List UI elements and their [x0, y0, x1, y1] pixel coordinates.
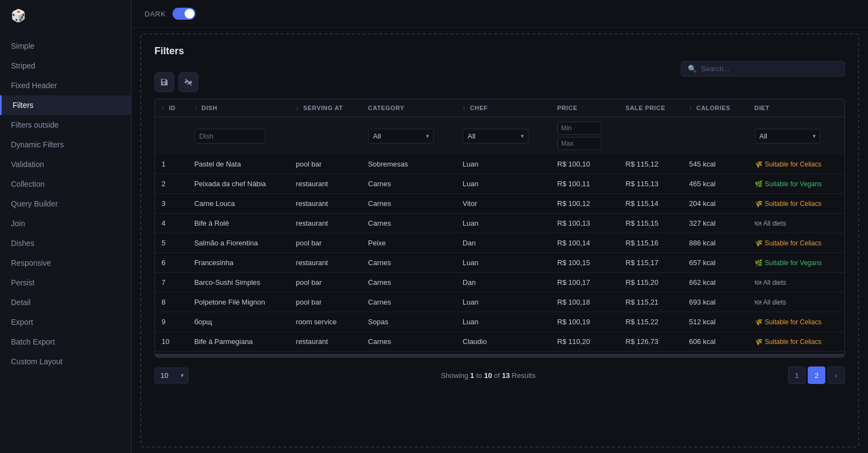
diet-filter-select[interactable]: All Suitable for Celiacs Suitable for Ve… — [755, 129, 820, 144]
col-header-diet[interactable]: DIET — [748, 99, 844, 117]
col-header-category[interactable]: CATEGORY — [361, 99, 456, 117]
cell-calories: 512 kcal — [682, 312, 748, 332]
cell-dish: Salmão a Fiorentina — [188, 233, 290, 253]
pagination-bar: 10 25 50 100 Showing 1 to 10 of 13 Resul… — [154, 366, 845, 384]
sidebar-nav: SimpleStripedFixed HeaderFiltersFilters … — [0, 32, 131, 376]
diet-label: Suitable for Celiacs — [765, 200, 821, 208]
cell-calories: 693 kcal — [682, 293, 748, 312]
next-page-button[interactable]: › — [827, 366, 845, 384]
cell-category: Carnes — [361, 332, 456, 352]
sidebar-item-collection[interactable]: Collection — [0, 174, 131, 194]
table-row: 2 Peixada da chef Nábia restaurant Carne… — [155, 174, 844, 194]
rows-per-page-select[interactable]: 10 25 50 100 — [154, 368, 188, 383]
cell-calories: 465 kcal — [682, 174, 748, 194]
diet-filter-wrapper[interactable]: All Suitable for Celiacs Suitable for Ve… — [755, 129, 820, 144]
cell-calories: 662 kcal — [682, 273, 748, 293]
sidebar-item-dynamic-filters[interactable]: Dynamic Filters — [0, 135, 131, 154]
sort-icon-id: ↕ — [162, 105, 165, 111]
cell-category: Carnes — [361, 194, 456, 214]
cell-dish: борщ — [188, 312, 290, 332]
data-table-container: ↕ ID ↕ DISH ↕ SERVING AT CATEGORY ↕ CHEF… — [154, 99, 845, 358]
pagination-info: Showing 1 to 10 of 13 Results — [441, 371, 536, 380]
filter-diet[interactable]: All Suitable for Celiacs Suitable for Ve… — [748, 117, 844, 155]
search-input[interactable] — [701, 65, 838, 73]
diet-label: Suitable for Celiacs — [765, 239, 821, 247]
sidebar-item-export[interactable]: Export — [0, 312, 131, 332]
diet-badge: 🌿 Suitable for Vegans — [755, 180, 838, 188]
sidebar-item-query-builder[interactable]: Query Builder — [0, 194, 131, 214]
cell-diet: 🍽 All diets — [748, 293, 844, 312]
diet-label: All diets — [763, 299, 786, 306]
filter-category[interactable]: All Carnes Sobremesas Peixe Sopas — [361, 117, 456, 155]
category-filter-select[interactable]: All Carnes Sobremesas Peixe Sopas — [368, 129, 434, 144]
col-header-chef[interactable]: ↕ CHEF — [456, 99, 551, 117]
filter-chef[interactable]: All Luan Vitor Dan Claudio — [456, 117, 551, 155]
sidebar-item-detail[interactable]: Detail — [0, 293, 131, 312]
col-header-price[interactable]: PRICE — [551, 99, 619, 117]
search-box[interactable]: 🔍 — [681, 61, 845, 77]
sort-icon-dish: ↕ — [194, 105, 198, 111]
sidebar-item-simple[interactable]: Simple — [0, 36, 131, 56]
sidebar-item-filters[interactable]: Filters — [0, 95, 131, 115]
page-total: 13 — [502, 371, 509, 380]
table-scrollbar[interactable] — [155, 354, 844, 357]
chef-filter-wrapper[interactable]: All Luan Vitor Dan Claudio — [463, 129, 528, 144]
sidebar-item-validation[interactable]: Validation — [0, 154, 131, 174]
content-area: Filters 🔍 — [140, 33, 859, 448]
col-header-serving-at[interactable]: ↕ SERVING AT — [289, 99, 361, 117]
diet-label: All diets — [763, 279, 786, 286]
diet-badge: 🍽 All diets — [755, 220, 838, 227]
col-header-id[interactable]: ↕ ID — [155, 99, 188, 117]
cell-category: Carnes — [361, 253, 456, 273]
col-header-sale-price[interactable]: SALE PRICE — [619, 99, 682, 117]
diet-badge: 🌾 Suitable for Celiacs — [755, 200, 838, 208]
page-2-button[interactable]: 2 — [808, 366, 825, 384]
filter-dish[interactable] — [188, 117, 290, 155]
cell-price: R$ 100,12 — [551, 194, 619, 214]
dark-mode-label: DARK — [145, 10, 166, 18]
sidebar-item-join[interactable]: Join — [0, 214, 131, 233]
category-filter-wrapper[interactable]: All Carnes Sobremesas Peixe Sopas — [368, 129, 434, 144]
cell-chef: Dan — [456, 233, 551, 253]
diet-label: All diets — [763, 220, 786, 227]
cell-category: Sobremesas — [361, 154, 456, 174]
sidebar-item-responsive[interactable]: Responsive — [0, 253, 131, 273]
sort-icon-calories: ↕ — [689, 105, 692, 111]
sort-icon-chef: ↕ — [463, 105, 466, 111]
col-header-dish[interactable]: ↕ DISH — [188, 99, 290, 117]
sidebar-item-batch-export[interactable]: Batch Export — [0, 332, 131, 352]
filter-calories — [682, 117, 748, 155]
sidebar-item-filters-outside[interactable]: Filters outside — [0, 115, 131, 135]
chef-filter-select[interactable]: All Luan Vitor Dan Claudio — [463, 129, 528, 144]
cell-sale-price: R$ 115,20 — [619, 273, 682, 293]
cell-diet: 🌾 Suitable for Celiacs — [748, 233, 844, 253]
sidebar-item-fixed-header[interactable]: Fixed Header — [0, 76, 131, 95]
col-header-calories[interactable]: ↕ CALORIES — [682, 99, 748, 117]
sidebar-item-persist[interactable]: Persist — [0, 273, 131, 293]
cell-chef: Luan — [456, 253, 551, 273]
filter-serving — [289, 117, 361, 155]
cell-id: 3 — [155, 194, 188, 214]
save-button[interactable] — [154, 72, 174, 92]
price-max-input[interactable] — [557, 137, 601, 150]
page-1-button[interactable]: 1 — [788, 366, 806, 384]
cell-dish: Polpetone Filé Mignon — [188, 293, 290, 312]
save-icon — [160, 78, 169, 87]
sidebar-item-dishes[interactable]: Dishes — [0, 233, 131, 253]
cell-serving-at: pool bar — [289, 154, 361, 174]
sidebar-item-custom-layout[interactable]: Custom Layout — [0, 352, 131, 371]
sidebar-item-striped[interactable]: Striped — [0, 56, 131, 76]
cell-serving-at: restaurant — [289, 332, 361, 352]
dish-filter-input[interactable] — [194, 129, 266, 144]
table-row: 9 борщ room service Sopas Luan R$ 100,19… — [155, 312, 844, 332]
diet-badge: 🍽 All diets — [755, 299, 838, 306]
dark-mode-toggle[interactable] — [173, 8, 196, 20]
diet-label: Suitable for Celiacs — [765, 160, 821, 168]
filter-price[interactable] — [551, 117, 619, 155]
cell-sale-price: R$ 115,15 — [619, 214, 682, 233]
cell-category: Carnes — [361, 174, 456, 194]
hide-button[interactable] — [179, 72, 198, 92]
price-min-input[interactable] — [557, 122, 601, 135]
logo-area: 🎲 — [0, 0, 131, 32]
rows-per-page-wrapper[interactable]: 10 25 50 100 — [154, 368, 188, 383]
